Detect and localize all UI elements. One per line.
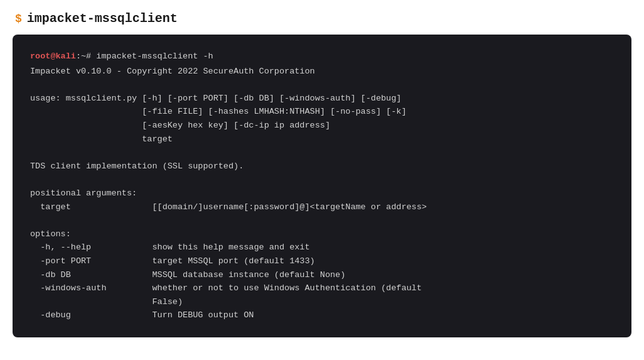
output-line-11: -port PORT target MSSQL port (default 14… [30, 254, 614, 268]
output-line-6: TDS client implementation (SSL supported… [30, 160, 614, 173]
blank-line-2 [30, 146, 614, 160]
output-line-1: Impacket v0.10.0 - Copyright 2022 Secure… [30, 65, 614, 79]
output-line-10: -h, --help show this help message and ex… [30, 241, 614, 254]
terminal-window: root@kali:~# impacket-mssqlclient -h Imp… [13, 35, 631, 337]
output-line-3: [-file FILE] [-hashes LMHASH:NTHASH] [-n… [30, 105, 614, 119]
output-line-7: positional arguments: [30, 187, 614, 200]
page-title: impacket-mssqlclient [27, 11, 178, 26]
blank-line-1 [30, 78, 614, 92]
output-line-15: -debug Turn DEBUG output ON [30, 308, 614, 322]
output-line-5: target [30, 133, 614, 146]
prompt-command: impacket-mssqlclient -h [91, 52, 213, 61]
dollar-icon: $ [15, 13, 22, 25]
page-header: $ impacket-mssqlclient [0, 0, 644, 35]
output-line-14: False) [30, 295, 614, 309]
output-line-13: -windows-auth whether or not to use Wind… [30, 281, 614, 295]
output-line-12: -db DB MSSQL database instance (default … [30, 268, 614, 282]
output-line-2: usage: mssqlclient.py [-h] [-port PORT] … [30, 92, 614, 106]
output-line-9: options: [30, 227, 614, 241]
prompt-symbol: :~# [76, 52, 91, 61]
blank-line-4 [30, 214, 614, 227]
blank-line-3 [30, 173, 614, 187]
prompt-line: root@kali:~# impacket-mssqlclient -h [30, 50, 614, 63]
output-line-4: [-aesKey hex key] [-dc-ip ip address] [30, 119, 614, 133]
output-line-8: target [[domain/]username[:password]@]<t… [30, 200, 614, 214]
prompt-user: root@kali [30, 52, 76, 61]
